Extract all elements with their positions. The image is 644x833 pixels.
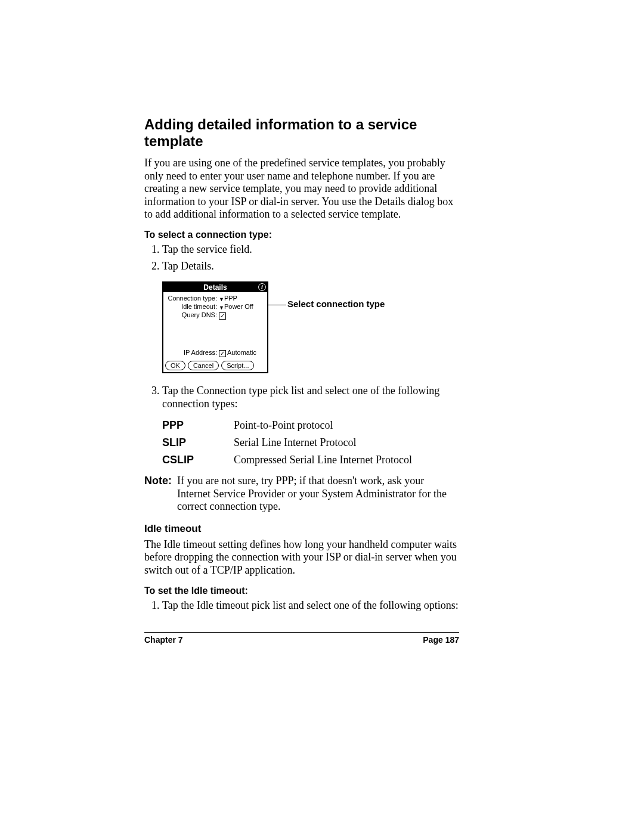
procedure-steps-1b: Tap the Connection type pick list and se… [144,384,459,411]
query-dns-label: Query DNS: [166,311,219,318]
step-2: Tap Details. [162,259,459,273]
idle-timeout-paragraph: The Idle timeout setting defines how lon… [144,538,459,577]
checkbox-checked-icon[interactable]: ✓ [219,312,226,320]
footer-page: Page 187 [423,635,459,645]
procedure-steps-1: Tap the service field. Tap Details. [144,243,459,273]
subsection-heading-idle-timeout: Idle timeout [144,523,459,535]
ip-address-value: Automatic [227,349,256,356]
procedure-title-set-idle-timeout: To set the Idle timeout: [144,586,459,596]
script-button[interactable]: Script... [221,361,254,370]
connection-type-field[interactable]: Connection type: ▼ PPP [166,295,265,302]
step-3: Tap the Connection type pick list and se… [162,384,459,411]
details-dialog-figure: Details i Connection type: ▼ PPP Idle ti… [162,281,459,373]
page-footer: Chapter 7 Page 187 [144,632,459,645]
term-ppp: PPP [162,419,234,432]
connection-types-table: PPP Point-to-Point protocol SLIP Serial … [162,419,459,466]
ip-address-field[interactable]: IP Address: ✓ Automatic [166,349,265,357]
table-row: CSLIP Compressed Serial Line Internet Pr… [162,454,459,466]
idle-timeout-value: Power Off [224,303,253,310]
dialog-title: Details [203,283,227,292]
details-dialog: Details i Connection type: ▼ PPP Idle ti… [162,281,268,373]
procedure-title-select-connection: To select a connection type: [144,230,459,240]
dialog-title-bar: Details i [163,283,267,292]
document-page: Adding detailed information to a service… [0,0,644,645]
ok-button[interactable]: OK [165,361,185,370]
note-block: Note: If you are not sure, try PPP; if t… [144,475,459,513]
connection-type-value: PPP [224,295,237,302]
step-1: Tap the service field. [162,243,459,256]
checkbox-checked-icon[interactable]: ✓ [219,350,226,357]
procedure-steps-2: Tap the Idle timeout pick list and selec… [144,599,459,612]
desc-slip: Serial Line Internet Protocol [234,436,356,449]
idle-timeout-field[interactable]: Idle timeout: ▼ Power Off [166,303,265,310]
info-icon[interactable]: i [258,283,266,291]
section-heading: Adding detailed information to a service… [144,116,459,150]
note-label: Note: [144,475,177,513]
dropdown-icon[interactable]: ▼ [219,296,224,302]
footer-chapter: Chapter 7 [144,635,183,645]
intro-paragraph: If you are using one of the predefined s… [144,157,459,221]
dialog-button-row: OK Cancel Script... [163,359,267,372]
dropdown-icon[interactable]: ▼ [219,305,224,311]
term-cslip: CSLIP [162,454,234,466]
desc-ppp: Point-to-Point protocol [234,419,333,432]
idle-timeout-label: Idle timeout: [166,303,219,310]
table-row: SLIP Serial Line Internet Protocol [162,436,459,449]
desc-cslip: Compressed Serial Line Internet Protocol [234,454,412,466]
callout-leader-line [268,305,286,305]
ip-address-label: IP Address: [166,349,219,356]
connection-type-label: Connection type: [166,295,219,302]
step-1: Tap the Idle timeout pick list and selec… [162,599,459,612]
term-slip: SLIP [162,436,234,449]
cancel-button[interactable]: Cancel [188,361,219,370]
note-text: If you are not sure, try PPP; if that do… [177,475,459,513]
callout-text: Select connection type [287,299,385,309]
dialog-body: Connection type: ▼ PPP Idle timeout: ▼ P… [163,292,267,359]
callout-select-connection-type: Select connection type [268,299,385,309]
table-row: PPP Point-to-Point protocol [162,419,459,432]
query-dns-field[interactable]: Query DNS: ✓ [166,311,265,319]
